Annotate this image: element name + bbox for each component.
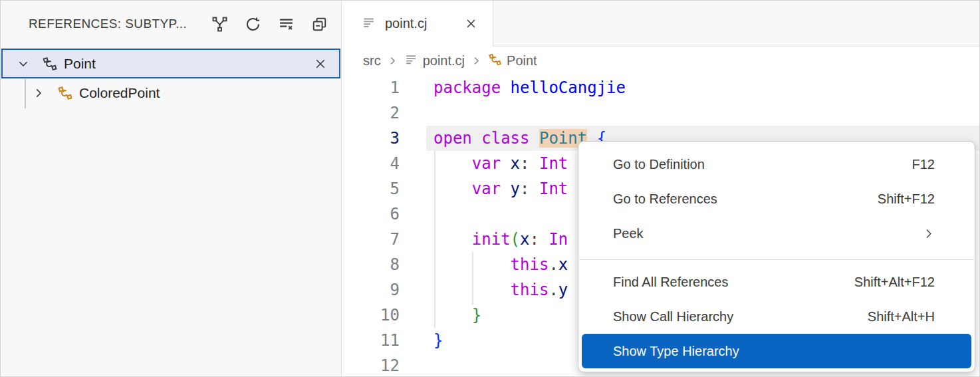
keybinding: Shift+Alt+H xyxy=(868,309,935,324)
code-token xyxy=(433,230,472,249)
code-token: y xyxy=(558,281,568,299)
code-line: package helloCangjie xyxy=(433,75,626,100)
code-token: package xyxy=(433,78,501,97)
sidebar-title: REFERENCES: SUBTYP... xyxy=(29,17,187,31)
sidebar-header: REFERENCES: SUBTYP... xyxy=(1,1,341,47)
code-token: x xyxy=(520,230,529,249)
line-number: 3 xyxy=(342,126,400,151)
menu-item-show-call-hierarchy[interactable]: Show Call Hierarchy Shift+Alt+H xyxy=(578,299,975,334)
code-token xyxy=(530,129,539,148)
code-token: In xyxy=(549,230,568,249)
line-number: 6 xyxy=(342,201,400,227)
menu-item-show-type-hierarchy[interactable]: Show Type Hierarchy xyxy=(582,334,971,368)
collapse-all-button[interactable] xyxy=(306,11,332,37)
line-number: 9 xyxy=(342,277,400,303)
line-number: 12 xyxy=(342,353,400,377)
sidebar-toolbar xyxy=(207,11,332,37)
code-token: this xyxy=(511,281,549,299)
code-token: this xyxy=(511,255,549,274)
keybinding: F12 xyxy=(912,157,935,172)
line-number: 5 xyxy=(342,176,400,201)
chevron-down-icon[interactable] xyxy=(15,55,32,72)
code-token: x xyxy=(558,255,568,274)
keybinding: Shift+Alt+F12 xyxy=(854,275,935,290)
code-token xyxy=(501,78,510,97)
code-line xyxy=(433,100,626,126)
refresh-button[interactable] xyxy=(240,11,265,37)
code-token: } xyxy=(433,331,443,350)
menu-item-find-all-references[interactable]: Find All References Shift+Alt+F12 xyxy=(578,265,975,299)
code-token xyxy=(501,180,510,198)
breadcrumb-item-file[interactable]: point.cj xyxy=(404,53,465,70)
code-token: : xyxy=(520,180,539,198)
code-token xyxy=(433,281,511,299)
code-token: Int xyxy=(539,154,568,173)
line-number: 2 xyxy=(342,100,400,126)
code-token xyxy=(433,180,472,198)
code-token: open xyxy=(433,129,472,148)
line-number: 7 xyxy=(342,227,400,252)
tab-close-icon[interactable] xyxy=(461,14,481,34)
tree-item-label: Point xyxy=(64,56,96,72)
code-token: var xyxy=(472,154,501,173)
line-number: 4 xyxy=(342,151,400,176)
line-number: 10 xyxy=(342,303,400,328)
references-sidebar: REFERENCES: SUBTYP... xyxy=(1,1,342,376)
code-token: : xyxy=(520,154,539,173)
class-icon xyxy=(42,56,58,72)
code-token xyxy=(433,154,472,173)
menu-separator xyxy=(579,259,974,260)
tab-point-cj[interactable]: point.cj xyxy=(342,1,493,47)
line-number: 1 xyxy=(342,75,400,100)
editor-context-menu: Go to Definition F12 Go to References Sh… xyxy=(578,141,975,372)
code-token: helloCangjie xyxy=(511,78,626,97)
code-token: class xyxy=(481,129,529,148)
menu-item-go-to-references[interactable]: Go to References Shift+F12 xyxy=(578,182,975,216)
code-token: . xyxy=(549,255,558,274)
keybinding: Shift+F12 xyxy=(878,191,935,207)
class-icon xyxy=(488,53,502,70)
file-icon xyxy=(404,53,418,70)
tree-item-point[interactable]: Point xyxy=(1,49,340,78)
submenu-chevron-right-icon xyxy=(922,227,935,240)
breadcrumb-item-src[interactable]: src xyxy=(363,53,381,68)
code-token: var xyxy=(472,180,501,198)
collapse-all-icon xyxy=(311,16,328,33)
code-token xyxy=(501,154,510,173)
close-icon[interactable] xyxy=(310,53,331,74)
class-icon xyxy=(57,85,73,101)
line-number: 11 xyxy=(342,328,400,353)
chevron-right-icon[interactable] xyxy=(30,84,47,102)
refresh-icon xyxy=(245,16,261,33)
type-hierarchy-button[interactable] xyxy=(207,11,232,37)
code-token: ( xyxy=(511,230,520,249)
clear-all-button[interactable] xyxy=(273,11,299,37)
file-icon xyxy=(362,15,376,33)
tree-item-label: ColoredPoint xyxy=(79,85,160,101)
type-hierarchy-icon xyxy=(211,16,228,33)
line-number-gutter: 123456789101112 xyxy=(342,75,400,377)
menu-item-peek[interactable]: Peek xyxy=(578,216,975,251)
line-number: 8 xyxy=(342,252,400,277)
clear-all-icon xyxy=(278,16,295,33)
chevron-right-icon xyxy=(387,55,398,66)
code-token xyxy=(433,306,472,324)
code-token: init xyxy=(472,230,511,249)
code-token xyxy=(472,129,481,148)
tree-item-coloredpoint[interactable]: ColoredPoint xyxy=(1,79,342,107)
code-token: Int xyxy=(539,180,568,198)
code-token: x xyxy=(511,154,520,173)
code-token: y xyxy=(511,180,520,198)
code-token: } xyxy=(472,306,481,324)
chevron-right-icon xyxy=(471,55,482,66)
code-token: : xyxy=(530,230,549,249)
breadcrumb-item-symbol[interactable]: Point xyxy=(488,53,537,70)
vscode-window: REFERENCES: SUBTYP... xyxy=(0,0,980,377)
menu-item-go-to-definition[interactable]: Go to Definition F12 xyxy=(578,147,975,182)
tab-label: point.cj xyxy=(385,16,427,31)
code-token xyxy=(433,255,511,274)
breadcrumb: src point.cj xyxy=(342,47,980,75)
code-token: . xyxy=(549,281,558,299)
